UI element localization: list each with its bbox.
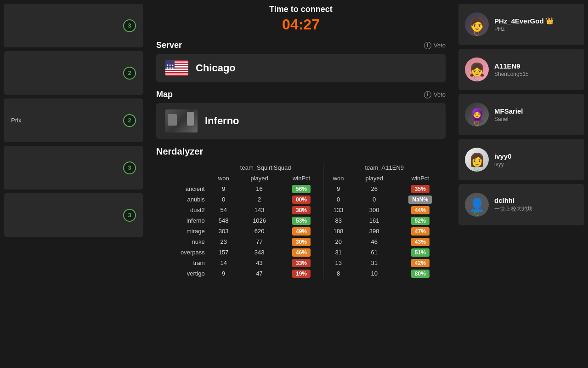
nerdalyzer-section: Nerdalyzer team_SquirtlSquad team_A11EN9… [156, 146, 446, 279]
avatar-3: 🧕 🛡 [465, 103, 489, 126]
player-info-1: PHz_4EverGod👑 PHz [494, 17, 554, 32]
main-content: Time to connect 04:27 Server i Veto [147, 0, 455, 368]
t2-won: 13 [323, 258, 354, 268]
server-info-icon: i [424, 42, 431, 49]
t2-pct: 35% [395, 184, 446, 194]
sidebar-card-4[interactable]: 3 [4, 146, 143, 190]
player-info-4: ivyy0 ivyy [494, 152, 512, 167]
player-card-2[interactable]: 👧 🛡 A11EN9 ShenLong515 [458, 49, 584, 90]
shield-icon-2: 🛡 [474, 75, 480, 81]
badge-1: 3 [123, 19, 136, 32]
t2-played: 46 [354, 236, 395, 247]
t1-won: 54 [209, 205, 239, 215]
player-tag-4: ivyy [494, 161, 512, 167]
table-row: anubis 0 2 00% 0 0 NaN% [156, 194, 446, 205]
t2-won: 20 [323, 236, 354, 247]
t1-played: 343 [239, 247, 280, 258]
sidebar-card-3[interactable]: Prix 2 [4, 98, 143, 142]
badge-5: 3 [123, 209, 136, 222]
svg-rect-6 [165, 74, 188, 75]
avatar-1: 🧑 🛡 [465, 12, 489, 36]
map-cell: dust2 [156, 205, 209, 215]
t1-pct: 30% [280, 236, 323, 247]
col-t1-won: won [209, 173, 239, 184]
t1-played: 47 [239, 268, 280, 279]
server-name: Chicago [196, 62, 236, 74]
table-row: nuke 23 77 30% 20 46 43% [156, 236, 446, 247]
t2-won: 8 [323, 268, 354, 279]
server-veto-button[interactable]: i Veto [424, 42, 446, 49]
player-card-3[interactable]: 🧕 🛡 MFSariel Sariel [458, 94, 584, 135]
avatar-5: 👤 🛡 [465, 193, 489, 217]
player-card-4[interactable]: 👩 🛡 ivyy0 ivyy [458, 139, 584, 180]
table-row: mirage 303 620 49% 188 398 47% [156, 226, 446, 236]
t2-won: 9 [323, 184, 354, 194]
server-section: Server i Veto ★★★ ★★★ [156, 40, 446, 82]
t1-pct: 19% [280, 268, 323, 279]
avatar-4: 👩 🛡 [465, 148, 489, 172]
badge-4: 3 [123, 161, 136, 174]
col-t1-winpct: winPct [280, 173, 323, 184]
t1-won: 303 [209, 226, 239, 236]
map-cell: vertigo [156, 268, 209, 279]
map-cell: nuke [156, 236, 209, 247]
col-t2-won: won [323, 173, 354, 184]
player-tag-3: Sariel [494, 116, 523, 122]
sidebar-card-2[interactable]: 2 [4, 51, 143, 95]
t1-played: 77 [239, 236, 280, 247]
t1-won: 23 [209, 236, 239, 247]
t1-pct: 56% [280, 184, 323, 194]
t2-pct: 47% [395, 226, 446, 236]
team2-header: team_A11EN9 [323, 162, 446, 173]
page-title: Time to connect [156, 5, 446, 14]
t1-played: 2 [239, 194, 280, 205]
header: Time to connect 04:27 [156, 5, 446, 33]
player-info-2: A11EN9 ShenLong515 [494, 62, 529, 77]
t1-pct: 46% [280, 247, 323, 258]
player-tag-5: 一块上校大鸡块 [494, 205, 533, 213]
player-card-1[interactable]: 🧑 🛡 PHz_4EverGod👑 PHz [458, 4, 584, 45]
t1-pct: 49% [280, 226, 323, 236]
table-row: ancient 9 16 56% 9 26 35% [156, 184, 446, 194]
t2-won: 83 [323, 215, 354, 226]
player-tag-1: PHz [494, 26, 554, 32]
map-thumbnail [165, 109, 198, 132]
t1-won: 548 [209, 215, 239, 226]
t2-played: 31 [354, 258, 395, 268]
t2-pct: 42% [395, 258, 446, 268]
table-row: vertigo 9 47 19% 8 10 80% [156, 268, 446, 279]
t1-played: 143 [239, 205, 280, 215]
shield-icon-3: 🛡 [474, 120, 480, 126]
player-info-3: MFSariel Sariel [494, 107, 523, 122]
player-name-3: MFSariel [494, 107, 523, 115]
t2-played: 300 [354, 205, 395, 215]
shield-icon-1: 🛡 [474, 30, 480, 36]
t2-played: 398 [354, 226, 395, 236]
t2-pct: NaN% [395, 194, 446, 205]
t2-won: 133 [323, 205, 354, 215]
sidebar-card-5[interactable]: 3 [4, 193, 143, 237]
countdown-timer: 04:27 [156, 16, 446, 33]
t1-played: 43 [239, 258, 280, 268]
player-name-4: ivyy0 [494, 152, 512, 160]
nerdalyzer-title: Nerdalyzer [156, 146, 446, 157]
server-veto-label: Veto [434, 42, 446, 49]
map-cell: inferno [156, 215, 209, 226]
player-name-1: PHz_4EverGod👑 [494, 17, 554, 25]
sidebar-card-3-label: Prix [11, 117, 21, 124]
map-veto-label: Veto [434, 91, 446, 98]
map-veto-button[interactable]: i Veto [424, 91, 446, 98]
svg-text:★★★: ★★★ [166, 66, 174, 69]
player-name-5: dclhhl [494, 196, 533, 204]
player-name-2: A11EN9 [494, 62, 529, 70]
map-section-header: Map i Veto [156, 90, 446, 99]
shield-icon-4: 🛡 [474, 165, 480, 172]
map-cell: ancient [156, 184, 209, 194]
t2-won: 188 [323, 226, 354, 236]
svg-rect-5 [165, 71, 188, 72]
map-info-icon: i [424, 91, 431, 98]
sidebar-card-1[interactable]: 3 [4, 4, 143, 47]
player-card-5[interactable]: 👤 🛡 dclhhl 一块上校大鸡块 [458, 184, 584, 225]
t2-won: 31 [323, 247, 354, 258]
t2-won: 0 [323, 194, 354, 205]
